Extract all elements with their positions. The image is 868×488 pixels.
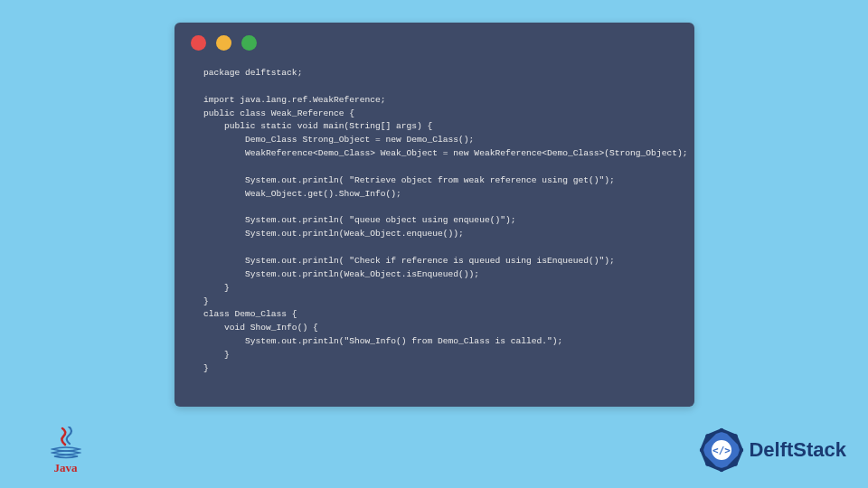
svg-point-6 bbox=[740, 448, 743, 452]
svg-text:</>: </> bbox=[712, 445, 731, 456]
minimize-dot-icon bbox=[216, 35, 231, 51]
code-window: package delftstack; import java.lang.ref… bbox=[175, 23, 694, 407]
maximize-dot-icon bbox=[241, 35, 257, 51]
svg-point-7 bbox=[734, 462, 738, 465]
svg-point-10 bbox=[700, 448, 703, 452]
java-logo: Java bbox=[45, 427, 86, 475]
delftstack-logo-label: DelftStack bbox=[749, 438, 846, 462]
svg-point-9 bbox=[706, 462, 710, 465]
delftstack-emblem-icon: </> bbox=[696, 425, 747, 475]
svg-point-8 bbox=[720, 468, 723, 472]
svg-point-4 bbox=[720, 428, 723, 432]
window-controls bbox=[175, 23, 694, 58]
java-steam-icon bbox=[54, 427, 78, 446]
java-logo-label: Java bbox=[54, 461, 78, 475]
delftstack-logo: </> DelftStack bbox=[696, 425, 846, 475]
svg-point-11 bbox=[706, 434, 710, 437]
close-dot-icon bbox=[191, 35, 206, 51]
svg-point-5 bbox=[734, 434, 738, 437]
java-cup-icon bbox=[51, 446, 81, 459]
code-content: package delftstack; import java.lang.ref… bbox=[175, 58, 694, 394]
